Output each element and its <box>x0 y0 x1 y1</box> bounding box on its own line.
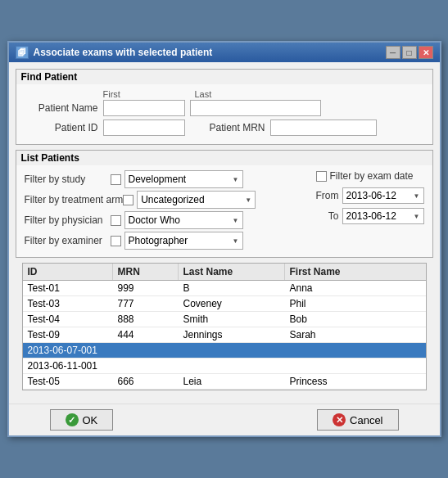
table-row[interactable]: Test-09 444 Jennings Sarah <box>23 327 426 343</box>
title-bar-left: 🗐 Associate exams with selected patient <box>16 46 213 59</box>
examiner-dropdown-value: Photographer <box>129 235 188 246</box>
filter-study-label: Filter by study <box>25 174 111 185</box>
list-patients-section: List Patients Filter by study Developmen… <box>16 150 433 258</box>
table-row[interactable]: Test-03 777 Coveney Phil <box>23 296 426 312</box>
treatment-dropdown-value: Uncategorized <box>141 194 204 205</box>
window-icon: 🗐 <box>16 46 29 59</box>
ok-icon: ✓ <box>66 413 79 426</box>
patient-last-input[interactable] <box>190 100 321 116</box>
cell-id: Test-09 <box>23 327 113 342</box>
title-controls: ─ □ ✕ <box>386 46 433 59</box>
find-patient-title: Find Patient <box>16 70 432 84</box>
col-header-lastname: Last Name <box>179 264 285 280</box>
from-date-value: 2013-06-12 <box>346 190 396 201</box>
filter-physician-dropdown[interactable]: Doctor Who ▼ <box>124 211 243 229</box>
cell-mrn <box>113 358 179 373</box>
cell-mrn: 999 <box>113 281 179 295</box>
physician-dropdown-value: Doctor Who <box>129 214 180 226</box>
table-row[interactable]: Test-04 888 Smith Bob <box>23 312 426 327</box>
col-header-firstname: First Name <box>285 264 391 280</box>
filter-physician-checkbox[interactable] <box>111 215 121 226</box>
title-bar: 🗐 Associate exams with selected patient … <box>9 43 440 62</box>
cell-mrn: 777 <box>113 296 179 311</box>
filter-examiner-dropdown[interactable]: Photographer ▼ <box>124 232 243 250</box>
filter-exam-date-checkbox[interactable] <box>316 171 327 182</box>
cancel-button[interactable]: ✕ Cancel <box>317 409 398 431</box>
minimize-button[interactable]: ─ <box>386 46 400 59</box>
first-col-label: First <box>103 89 185 99</box>
filter-study-row: Filter by study Development ▼ <box>25 170 308 188</box>
filter-treatment-row: Filter by treatment arm Uncategorized ▼ <box>25 191 308 209</box>
to-date-input[interactable]: 2013-06-12 ▼ <box>342 208 424 224</box>
filter-treatment-dropdown[interactable]: Uncategorized ▼ <box>137 191 256 209</box>
cell-firstname: Princess <box>285 374 391 389</box>
filters-layout: Filter by study Development ▼ Filter by … <box>25 170 424 252</box>
cell-id: Test-04 <box>23 312 113 327</box>
table-header: ID MRN Last Name First Name <box>23 264 426 281</box>
from-label: From <box>316 190 339 201</box>
patients-table: ID MRN Last Name First Name Test-01 999 … <box>22 263 427 390</box>
find-patient-body: First Last Patient Name Patient ID Patie… <box>16 84 432 144</box>
cancel-label: Cancel <box>350 414 382 426</box>
col-header-mrn: MRN <box>113 264 179 280</box>
table-row[interactable]: Test-01 999 B Anna <box>23 281 426 296</box>
to-date-value: 2013-06-12 <box>346 210 396 222</box>
cell-mrn: 888 <box>113 312 179 327</box>
cell-id: Test-01 <box>23 281 113 295</box>
cell-lastname: Smith <box>179 312 285 327</box>
cell-firstname: Bob <box>285 312 391 327</box>
to-date-arrow: ▼ <box>414 213 420 220</box>
cell-mrn: 444 <box>113 327 179 342</box>
filter-examiner-row: Filter by examiner Photographer ▼ <box>25 232 308 250</box>
table-row[interactable]: 2013-06-07-001 <box>23 343 426 358</box>
cell-lastname <box>179 358 285 373</box>
cell-id: Test-05 <box>23 374 113 389</box>
cancel-icon: ✕ <box>333 413 346 426</box>
cell-lastname: Jennings <box>179 327 285 342</box>
filter-examiner-checkbox[interactable] <box>111 236 121 246</box>
close-button[interactable]: ✕ <box>419 46 433 59</box>
right-filters: Filter by exam date From 2013-06-12 ▼ <box>316 170 424 252</box>
filter-treatment-checkbox[interactable] <box>123 195 133 205</box>
filter-study-dropdown[interactable]: Development ▼ <box>124 170 243 188</box>
to-label: To <box>316 210 339 222</box>
treatment-dropdown-arrow: ▼ <box>245 196 251 204</box>
cell-mrn <box>113 343 179 358</box>
filter-study-checkbox[interactable] <box>111 174 121 185</box>
examiner-dropdown-arrow: ▼ <box>233 237 239 245</box>
patient-mrn-label: Patient MRN <box>210 122 265 133</box>
ok-button[interactable]: ✓ OK <box>50 409 114 431</box>
table-row[interactable]: Test-05 666 Leia Princess <box>23 374 426 390</box>
to-date-row: To 2013-06-12 ▼ <box>316 208 424 224</box>
cell-firstname <box>285 343 391 358</box>
col-header-id: ID <box>23 264 113 280</box>
patient-id-row: Patient ID Patient MRN <box>25 120 424 136</box>
table-row[interactable]: 2013-06-11-001 <box>23 358 426 374</box>
patient-mrn-input[interactable] <box>270 120 377 136</box>
cell-id: 2013-06-11-001 <box>23 358 113 373</box>
cell-lastname <box>179 343 285 358</box>
cell-lastname: B <box>179 281 285 295</box>
filter-exam-date-label: Filter by exam date <box>330 170 414 182</box>
find-patient-section: Find Patient First Last Patient Name Pat… <box>16 69 433 145</box>
filter-physician-label: Filter by physician <box>25 214 111 226</box>
cell-firstname <box>285 358 391 373</box>
main-window: 🗐 Associate exams with selected patient … <box>7 41 441 437</box>
maximize-button[interactable]: □ <box>402 46 417 59</box>
patient-first-input[interactable] <box>103 100 185 116</box>
from-date-input[interactable]: 2013-06-12 ▼ <box>342 187 424 204</box>
cell-firstname: Phil <box>285 296 391 311</box>
filter-physician-row: Filter by physician Doctor Who ▼ <box>25 211 308 229</box>
from-date-row: From 2013-06-12 ▼ <box>316 187 424 204</box>
cell-lastname: Leia <box>179 374 285 389</box>
filter-exam-date-row: Filter by exam date <box>316 170 424 182</box>
last-col-label: Last <box>195 89 212 99</box>
patient-id-label: Patient ID <box>25 122 98 133</box>
cell-id: 2013-06-07-001 <box>23 343 113 358</box>
physician-dropdown-arrow: ▼ <box>233 217 239 224</box>
cell-firstname: Anna <box>285 281 391 295</box>
study-dropdown-arrow: ▼ <box>233 176 239 183</box>
cell-mrn: 666 <box>113 374 179 389</box>
patient-id-input[interactable] <box>103 120 185 136</box>
left-filters: Filter by study Development ▼ Filter by … <box>25 170 308 252</box>
